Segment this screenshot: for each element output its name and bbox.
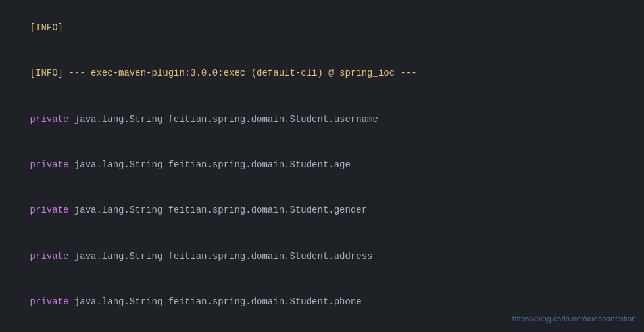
terminal-window: [INFO] [INFO] --- exec-maven-plugin:3.0.… <box>0 0 644 332</box>
field-path-4: java.lang.String feitian.spring.domain.S… <box>68 159 350 170</box>
keyword-private-3: private <box>30 114 69 124</box>
log-line-2: [INFO] --- exec-maven-plugin:3.0.0:exec … <box>8 51 636 96</box>
log-line-8: Student{username='甄志丙', age='18', gender… <box>8 325 636 332</box>
log-line-6: private java.lang.String feitian.spring.… <box>8 233 636 279</box>
watermark: https://blog.csdn.net/xueshanfeitian <box>512 313 636 325</box>
field-path-5: java.lang.String feitian.spring.domain.S… <box>68 205 367 215</box>
field-path-7: java.lang.String feitian.spring.domain.S… <box>68 296 361 307</box>
keyword-private-4: private <box>30 159 69 170</box>
info-tag-1: [INFO] <box>30 22 63 33</box>
log-line-4: private java.lang.String feitian.spring.… <box>8 142 636 188</box>
log-line-3: private java.lang.String feitian.spring.… <box>8 97 636 142</box>
field-path-3: java.lang.String feitian.spring.domain.S… <box>68 114 378 124</box>
log-line-5: private java.lang.String feitian.spring.… <box>8 188 636 233</box>
field-path-6: java.lang.String feitian.spring.domain.S… <box>68 251 372 262</box>
keyword-private-6: private <box>30 251 69 262</box>
info-tag-2: [INFO] --- exec-maven-plugin:3.0.0:exec … <box>30 68 417 78</box>
keyword-private-7: private <box>30 296 69 307</box>
keyword-private-5: private <box>30 205 69 215</box>
log-line-1: [INFO] <box>8 5 636 51</box>
